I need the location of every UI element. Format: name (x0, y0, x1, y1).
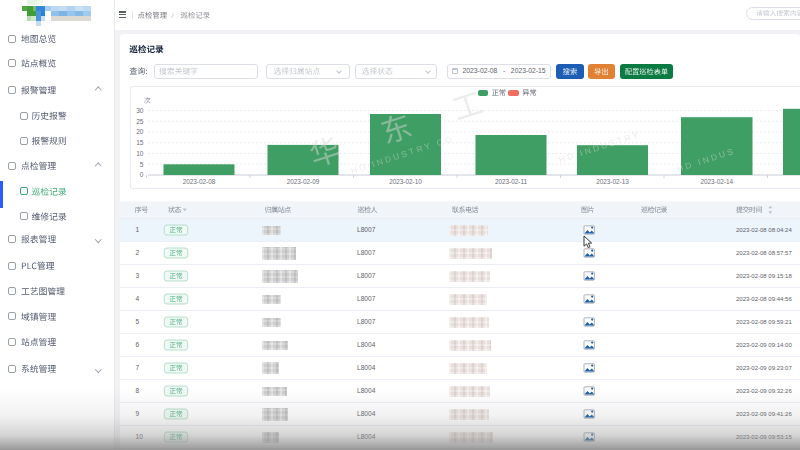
svg-text:2023-02-08 08:04:24: 2023-02-08 08:04:24 (736, 227, 792, 233)
svg-text:L8007: L8007 (357, 226, 376, 233)
svg-text:1: 1 (136, 226, 140, 233)
svg-text:4: 4 (136, 295, 140, 302)
svg-text:2023-02-08 09:59:21: 2023-02-08 09:59:21 (736, 319, 792, 325)
svg-text:7: 7 (136, 364, 140, 371)
svg-text:2023-02-09 09:14:00: 2023-02-09 09:14:00 (736, 342, 792, 348)
svg-text:L8007: L8007 (357, 295, 376, 302)
svg-text:6: 6 (136, 341, 140, 348)
svg-text:2: 2 (136, 249, 140, 256)
svg-text:L8007: L8007 (357, 318, 376, 325)
svg-text:L8004: L8004 (357, 364, 376, 371)
svg-text:L8007: L8007 (357, 249, 376, 256)
svg-text:2023-02-08 09:44:56: 2023-02-08 09:44:56 (736, 296, 792, 302)
svg-text:L8007: L8007 (357, 272, 376, 279)
svg-text:3: 3 (136, 272, 140, 279)
svg-text:L8004: L8004 (357, 341, 376, 348)
svg-text:2023-02-09 09:23:07: 2023-02-09 09:23:07 (736, 365, 792, 371)
svg-text:2023-02-08 09:15:18: 2023-02-08 09:15:18 (736, 273, 792, 279)
svg-text:2023-02-08 08:57:57: 2023-02-08 08:57:57 (736, 250, 792, 256)
svg-text:5: 5 (136, 318, 140, 325)
